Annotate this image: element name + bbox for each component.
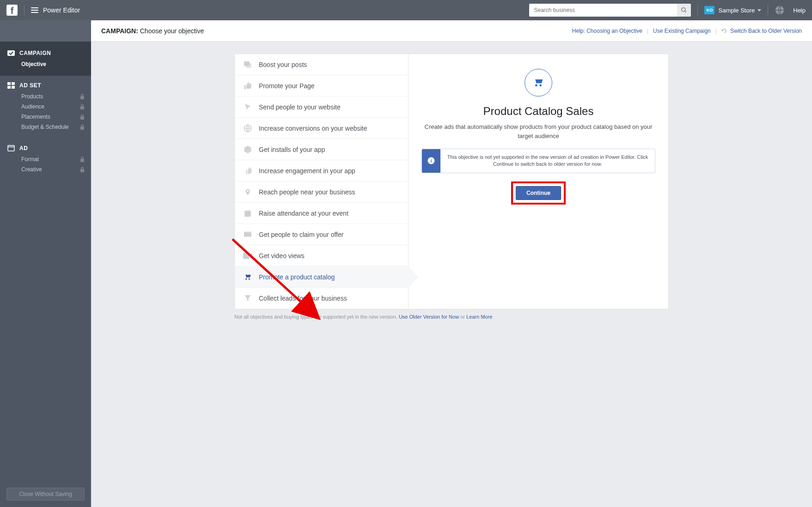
objective-label: Promote your Page xyxy=(259,82,315,90)
svg-rect-3 xyxy=(7,50,15,56)
sidebar-header-label: AD xyxy=(19,145,28,151)
help-link[interactable]: Help xyxy=(793,7,806,14)
divider xyxy=(768,5,768,16)
cart-icon xyxy=(525,69,552,97)
svg-rect-6 xyxy=(7,86,11,89)
svg-rect-25 xyxy=(243,253,249,259)
info-banner: i This objective is not yet supported in… xyxy=(421,149,655,173)
objective-pin[interactable]: Reach people near your business xyxy=(235,181,408,203)
sidebar-item-products[interactable]: Products xyxy=(0,91,91,102)
objective-calendar[interactable]: Raise attendance at your event xyxy=(235,203,408,224)
info-icon: i xyxy=(422,149,440,173)
objective-globe[interactable]: Increase conversions on your website xyxy=(235,118,408,139)
objective-label: Raise attendance at your event xyxy=(259,210,348,217)
lock-icon xyxy=(80,124,85,130)
search-icon xyxy=(681,7,687,13)
svg-rect-4 xyxy=(7,82,11,85)
help-choosing-link[interactable]: Help: Choosing an Objective xyxy=(572,28,642,34)
user-badge: KO xyxy=(704,6,714,14)
sidebar-item-budget[interactable]: Budget & Schedule xyxy=(0,122,91,132)
footnote: Not all objectives and buying types are … xyxy=(234,314,669,320)
svg-rect-23 xyxy=(244,232,251,237)
sidebar-item-format[interactable]: Format xyxy=(0,154,91,164)
objective-funnel[interactable]: Collect leads for your business xyxy=(235,288,408,309)
svg-text:i: i xyxy=(431,158,432,163)
sidebar-item-objective[interactable]: Objective xyxy=(0,59,91,69)
lock-icon xyxy=(80,94,85,99)
sidebar-section-adset: AD SET Products Audience Placements Budg… xyxy=(0,76,91,139)
sidebar-header-adset: AD SET xyxy=(0,82,91,91)
objective-box[interactable]: Get installs of your app xyxy=(235,139,408,160)
sidebar-item-placements[interactable]: Placements xyxy=(0,112,91,122)
funnel-icon xyxy=(243,294,252,303)
content-header: CAMPAIGN: Choose your objective Help: Ch… xyxy=(91,20,812,42)
highlight-box: Continue xyxy=(511,181,566,205)
hamburger-icon[interactable] xyxy=(31,7,38,13)
objective-like[interactable]: Promote your Page xyxy=(235,75,408,97)
objective-label: Reach people near your business xyxy=(259,188,355,196)
sidebar: CAMPAIGN Objective AD SET Products Audie… xyxy=(0,20,91,507)
topbar: f Power Editor KO Sample Store Help xyxy=(0,0,812,20)
svg-rect-5 xyxy=(12,82,15,85)
app-title: Power Editor xyxy=(43,6,80,14)
objective-panel: Boost your postsPromote your PageSend pe… xyxy=(234,54,669,309)
use-older-link[interactable]: Use Older Version for Now xyxy=(399,314,459,320)
info-text: This objective is not yet supported in t… xyxy=(440,149,655,173)
divider xyxy=(24,5,24,16)
objective-video[interactable]: Get video views xyxy=(235,245,408,266)
search-box xyxy=(529,4,691,17)
svg-rect-12 xyxy=(8,145,14,151)
objective-label: Promote a product catalog xyxy=(259,273,335,281)
objective-posts[interactable]: Boost your posts xyxy=(235,54,408,75)
objective-tag[interactable]: Get people to claim your offer xyxy=(235,224,408,245)
lock-icon xyxy=(80,104,85,109)
facebook-logo[interactable]: f xyxy=(6,5,18,16)
video-icon xyxy=(243,251,252,260)
svg-point-0 xyxy=(682,8,685,12)
like-icon xyxy=(243,81,252,91)
close-without-saving-button[interactable]: Close Without Saving xyxy=(6,488,85,501)
objective-cursor[interactable]: Send people to your website xyxy=(235,97,408,118)
switch-older-link[interactable]: Switch Back to Older Version xyxy=(721,28,802,34)
sidebar-header-label: CAMPAIGN xyxy=(19,50,51,56)
detail-description: Create ads that automatically show produ… xyxy=(421,122,655,140)
divider xyxy=(697,5,698,16)
learn-more-link[interactable]: Learn More xyxy=(466,314,492,320)
use-existing-link[interactable]: Use Existing Campaign xyxy=(653,28,711,34)
svg-rect-24 xyxy=(244,231,251,232)
lock-icon xyxy=(80,157,85,162)
pin-icon xyxy=(243,187,252,197)
user-menu[interactable]: KO Sample Store xyxy=(704,6,761,14)
globe-icon[interactable] xyxy=(775,5,785,15)
svg-rect-10 xyxy=(80,116,84,120)
objective-label: Send people to your website xyxy=(259,103,341,111)
lock-icon xyxy=(80,114,85,120)
sidebar-section-campaign: CAMPAIGN Objective xyxy=(0,42,91,76)
sidebar-item-creative[interactable]: Creative xyxy=(0,164,91,175)
cursor-icon xyxy=(243,103,252,112)
ad-icon xyxy=(7,145,15,151)
svg-rect-8 xyxy=(80,96,84,99)
sidebar-header-label: AD SET xyxy=(19,82,41,89)
search-button[interactable] xyxy=(677,4,691,17)
objective-label: Increase engagement in your app xyxy=(259,167,355,175)
lock-icon xyxy=(80,167,85,172)
objective-label: Get video views xyxy=(259,252,305,260)
sidebar-item-audience[interactable]: Audience xyxy=(0,102,91,112)
sidebar-header-campaign: CAMPAIGN xyxy=(0,50,91,59)
content: CAMPAIGN: Choose your objective Help: Ch… xyxy=(91,20,812,507)
tag-icon xyxy=(243,230,252,239)
globe-icon xyxy=(243,124,252,133)
chevron-down-icon xyxy=(757,9,761,12)
objective-label: Collect leads for your business xyxy=(259,295,347,302)
continue-button[interactable]: Continue xyxy=(516,186,561,200)
revert-icon xyxy=(721,28,727,34)
campaign-icon xyxy=(7,50,15,56)
objective-cart[interactable]: Promote a product catalog xyxy=(235,266,408,288)
search-input[interactable] xyxy=(529,4,677,17)
objective-label: Get installs of your app xyxy=(259,146,325,153)
objective-label: Get people to claim your offer xyxy=(259,231,343,238)
objective-thumbs[interactable]: Increase engagement in your app xyxy=(235,160,408,181)
cart-icon xyxy=(243,272,252,282)
sidebar-header-ad: AD xyxy=(0,145,91,154)
